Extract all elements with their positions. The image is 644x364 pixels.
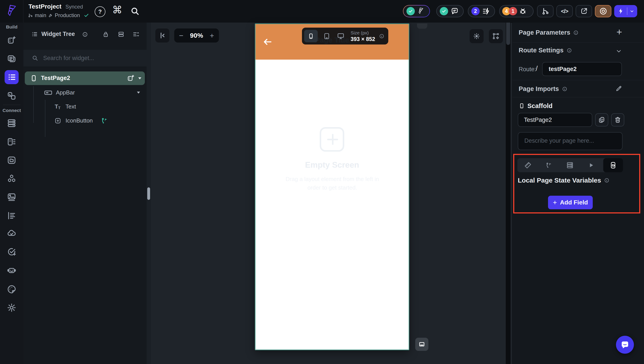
collapse-panel-button[interactable] [155, 28, 170, 42]
tree-node-label: IconButton [66, 117, 93, 124]
sidebar-item-database[interactable] [4, 116, 19, 130]
tree-scrollbar-thumb[interactable] [147, 187, 150, 200]
run-button[interactable] [614, 5, 637, 17]
info-icon [573, 30, 578, 35]
export-icon [580, 7, 588, 15]
sidebar-item-integrations[interactable] [4, 172, 19, 186]
device-desktop-tab[interactable] [334, 30, 348, 42]
tree-panel-icon [31, 31, 38, 38]
sidebar-item-components[interactable] [4, 89, 19, 103]
sidebar-item-data-types[interactable] [4, 135, 19, 149]
delete-page-button[interactable] [611, 113, 624, 126]
tree-node-testpage2[interactable]: TestPage2 [25, 72, 145, 85]
cursor-actions-icon [545, 162, 553, 169]
svg-text:T: T [58, 106, 60, 110]
widget-search-bar[interactable] [24, 49, 146, 67]
add-page-parameter-button[interactable]: + [614, 26, 625, 38]
optimizations-pill[interactable]: 2 [468, 5, 495, 17]
ai-review-status-pill[interactable] [403, 5, 430, 17]
tab-animations[interactable] [580, 158, 602, 172]
sidebar-item-content[interactable] [4, 209, 19, 223]
support-chat-button[interactable] [616, 336, 634, 354]
tree-node-text[interactable]: T T Text [24, 100, 146, 113]
design-canvas[interactable]: − 90% + Page Title [146, 22, 510, 364]
help-button[interactable]: ? [95, 6, 106, 17]
sidebar-item-theme[interactable] [4, 282, 19, 296]
tab-actions[interactable] [538, 158, 560, 172]
page-name-input[interactable] [518, 113, 592, 127]
section-divider [512, 42, 644, 42]
collapse-caret-icon[interactable] [138, 77, 141, 79]
light-mode-toggle[interactable] [470, 29, 484, 43]
canvas-scrollbar-track[interactable] [506, 22, 510, 364]
tree-node-label: TestPage2 [41, 75, 70, 82]
sidebar-item-ai-agent[interactable] [4, 263, 19, 277]
tab-properties[interactable] [517, 158, 538, 172]
tree-node-iconbutton[interactable]: IconButton [24, 114, 146, 127]
tab-backend-query[interactable] [560, 158, 580, 172]
comments-status-pill[interactable] [436, 5, 464, 17]
palette-brush-icon [7, 284, 16, 294]
widget-search-input[interactable] [43, 54, 136, 63]
content-lines-icon [7, 211, 16, 220]
sidebar-item-add-widget[interactable] [4, 33, 19, 47]
route-settings-header[interactable]: Route Settings [519, 47, 572, 54]
canvas-scrollbar-thumb[interactable] [506, 22, 510, 45]
lightning-icon [617, 8, 624, 15]
add-field-button[interactable]: + Add Field [548, 196, 593, 209]
zoom-level[interactable]: 90% [190, 32, 203, 39]
flutterflow-logo-icon[interactable] [5, 4, 18, 18]
tree-node-label: AppBar [56, 89, 75, 96]
duplicate-icon: D [598, 116, 605, 124]
sidebar-item-media-assets[interactable] [4, 190, 19, 204]
page-parameters-title: Page Parameters [519, 29, 570, 36]
panels-toggle-button[interactable] [118, 31, 124, 38]
tree-sort-button[interactable] [132, 31, 139, 38]
add-field-label: Add Field [560, 199, 588, 206]
preview-button[interactable] [595, 5, 611, 17]
canvas-settings-button[interactable] [489, 29, 503, 43]
environment-name: Production [55, 12, 80, 18]
branch-button[interactable] [537, 5, 554, 17]
duplicate-page-button[interactable]: D [595, 113, 608, 126]
tab-page-state[interactable] [603, 158, 623, 172]
empty-screen-description: Drag a layout element from the left in o… [281, 175, 383, 192]
branch-environment-row[interactable]: main Production [28, 12, 89, 18]
issues-pill[interactable]: 4 1 [499, 5, 534, 17]
phone-preview[interactable]: Page Title Empty Screen Drag a layout el… [255, 24, 409, 350]
open-external-button[interactable] [576, 5, 592, 17]
widget-tree-panel: Widget Tree [24, 22, 146, 364]
info-icon [379, 34, 384, 39]
sidebar-item-settings[interactable] [4, 301, 19, 315]
tree-node-appbar[interactable]: AppBar [24, 86, 146, 99]
sidebar-item-files[interactable] [4, 153, 19, 167]
collapse-caret-icon[interactable] [137, 92, 140, 94]
sidebar-item-cloud-functions[interactable] [4, 226, 19, 240]
zoom-in-button[interactable]: + [210, 31, 214, 40]
plus-icon: + [553, 198, 557, 207]
zoom-out-button[interactable]: − [179, 31, 184, 40]
lock-canvas-button[interactable] [102, 31, 109, 38]
search-button[interactable] [130, 6, 140, 16]
add-child-widget-icon[interactable] [127, 74, 135, 82]
page-description-input[interactable] [518, 132, 622, 150]
sidebar-item-widget-tree[interactable] [4, 70, 19, 84]
keyboard-toggle-button[interactable] [415, 338, 428, 351]
section-divider [512, 97, 644, 97]
sidebar-item-tests[interactable] [4, 245, 19, 259]
check-badge [406, 7, 415, 15]
collapse-chevron-icon[interactable] [616, 48, 622, 54]
code-view-button[interactable]: </> [556, 5, 573, 17]
sun-icon [473, 32, 480, 40]
sidebar-item-pages[interactable] [4, 52, 19, 66]
page-parameters-header[interactable]: Page Parameters [519, 29, 578, 36]
route-prefix: / [536, 65, 538, 72]
command-menu-button[interactable]: ⌘ [112, 4, 122, 16]
route-input[interactable] [542, 62, 622, 76]
page-imports-header[interactable]: Page Imports [519, 85, 567, 92]
keyboard-icon [418, 341, 425, 348]
trash-icon [614, 116, 621, 124]
edit-imports-pencil-icon[interactable] [616, 85, 622, 92]
device-tablet-tab[interactable] [320, 30, 334, 42]
device-phone-tab[interactable] [304, 30, 318, 42]
